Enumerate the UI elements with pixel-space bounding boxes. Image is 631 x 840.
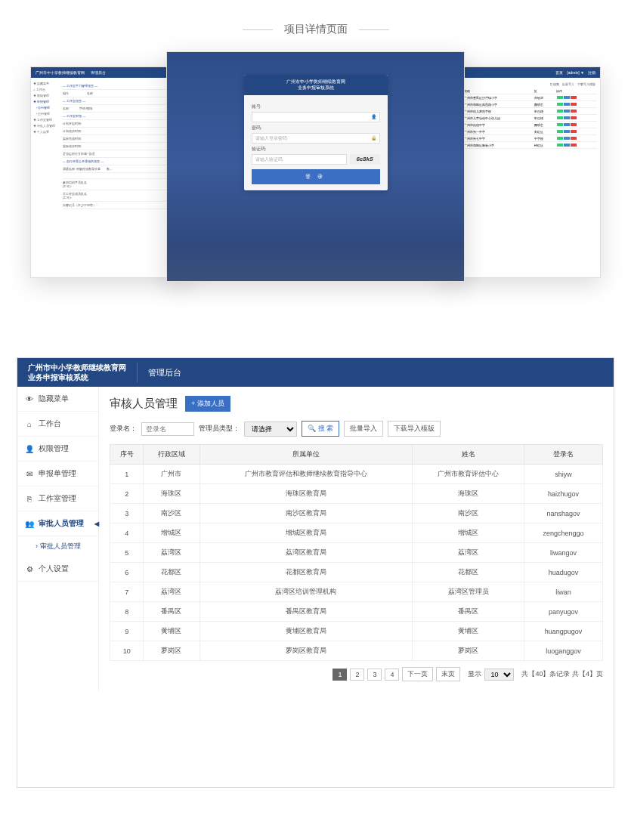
- table-cell: 萝岗区教育局: [200, 641, 413, 661]
- table-cell: 增城区: [144, 523, 200, 543]
- table-row[interactable]: 10萝岗区萝岗区教育局萝岗区luoganggov: [110, 641, 603, 661]
- login-button[interactable]: 登 录: [252, 169, 380, 184]
- password-input[interactable]: 请输入登录密码🔒: [252, 133, 380, 144]
- sidebar-item[interactable]: ✉申报单管理: [17, 462, 98, 486]
- table-cell: 荔湾区: [144, 543, 200, 563]
- table-row[interactable]: 1广州市广州市教育评估和教师继续教育指导中心广州市教育评估中心shiyw: [110, 465, 603, 484]
- sidebar-item[interactable]: 👤权限管理: [17, 437, 98, 462]
- admin-panel: 广州市中小学教师继续教育网 业务申报审核系统 管理后台 👁隐藏菜单⌂工作台👤权限…: [17, 357, 614, 788]
- column-header: 行政区域: [144, 445, 200, 465]
- table-cell: 黄埔区: [413, 622, 524, 641]
- column-header: 所属单位: [200, 445, 413, 465]
- table-cell: 5: [110, 543, 144, 563]
- table-cell: huangpugov: [524, 622, 603, 641]
- table-cell: huadugov: [524, 563, 603, 582]
- table-cell: 番禺区教育局: [200, 602, 413, 622]
- table-row[interactable]: 5荔湾区荔湾区教育局荔湾区liwangov: [110, 543, 603, 563]
- sidebar-icon: ✉: [25, 470, 34, 478]
- table-cell: panyugov: [524, 602, 603, 622]
- table-cell: 南沙区教育局: [200, 504, 413, 523]
- sidebar-icon: ⌂: [25, 420, 34, 428]
- sidebar-icon: ⎘: [25, 495, 34, 503]
- captcha-image[interactable]: 6c8k5: [350, 154, 380, 165]
- table-cell: 花都区: [413, 563, 524, 582]
- table-cell: liwangov: [524, 543, 603, 563]
- account-label: 账号:: [252, 103, 380, 110]
- account-input[interactable]: 👤: [252, 112, 380, 122]
- user-icon: 👤: [371, 113, 376, 122]
- column-header: 登录名: [524, 445, 603, 465]
- page-top-title: 项目详情页面: [0, 0, 631, 51]
- table-cell: 番禺区: [144, 602, 200, 622]
- table-cell: 8: [110, 602, 144, 622]
- sidebar-item-label: 隐藏菜单: [39, 394, 69, 404]
- sidebar-item[interactable]: 👥审批人员管理: [17, 511, 98, 536]
- preview-stage: 广州市中小学教师继续教育网管理后台 ◈ 隐藏菜单⌂ 工作台◈ 权限管理◈ 申报管…: [0, 51, 631, 301]
- add-person-button[interactable]: 添加人员: [185, 396, 230, 412]
- table-cell: luoganggov: [524, 641, 603, 661]
- table-cell: 黄埔区: [144, 622, 200, 641]
- table-cell: 4: [110, 523, 144, 543]
- table-row[interactable]: 3南沙区南沙区教育局南沙区nanshagov: [110, 504, 603, 523]
- table-cell: 番禺区: [413, 602, 524, 622]
- bulk-import-button[interactable]: 批量导入: [344, 421, 383, 437]
- sidebar-icon: 👥: [25, 520, 34, 528]
- column-header: 姓名: [413, 445, 524, 465]
- total-text: 共【40】条记录 共【4】页: [521, 669, 603, 679]
- admin-header: 广州市中小学教师继续教育网 业务申报审核系统 管理后台: [17, 358, 614, 387]
- sidebar: 👁隐藏菜单⌂工作台👤权限管理✉申报单管理⎘工作室管理👥审批人员管理审批人员管理⚙…: [17, 387, 99, 690]
- table-cell: 荔湾区: [144, 582, 200, 602]
- sidebar-item-label: 权限管理: [39, 443, 69, 454]
- table-cell: 增城区: [413, 523, 524, 543]
- download-template-button[interactable]: 下载导入模版: [388, 421, 441, 437]
- sidebar-item[interactable]: ⎘工作室管理: [17, 486, 98, 511]
- table-cell: 7: [110, 582, 144, 602]
- page-number[interactable]: 3: [367, 669, 382, 681]
- preview-right: 首页 [admin] ▼ 注销 Q 搜索 批量导入 下载导入模版 所属校级姓操作…: [442, 66, 601, 278]
- table-cell: 9: [110, 622, 144, 641]
- sidebar-item[interactable]: ⌂工作台: [17, 412, 98, 437]
- sidebar-item[interactable]: ⚙个人设置: [17, 557, 98, 582]
- table-cell: 增城区教育局: [200, 523, 413, 543]
- sidebar-item[interactable]: 👁隐藏菜单: [17, 387, 98, 412]
- table-cell: zengchenggo: [524, 523, 603, 543]
- table-cell: 南沙区: [144, 504, 200, 523]
- admin-nav-item[interactable]: 管理后台: [138, 367, 192, 378]
- admin-logo: 广州市中小学教师继续教育网 业务申报审核系统: [17, 363, 138, 382]
- table-row[interactable]: 7荔湾区荔湾区培训管理机构荔湾区管理员liwan: [110, 582, 603, 602]
- table-cell: 萝岗区: [144, 641, 200, 661]
- table-cell: 3: [110, 504, 144, 523]
- login-name-input[interactable]: [141, 422, 194, 436]
- table-cell: 荔湾区: [413, 543, 524, 563]
- admin-type-label: 管理员类型：: [199, 424, 240, 434]
- page-number[interactable]: 1: [333, 669, 347, 681]
- table-cell: 1: [110, 465, 144, 484]
- table-cell: 10: [110, 641, 144, 661]
- table-cell: 2: [110, 484, 144, 504]
- page-last[interactable]: 末页: [436, 667, 460, 681]
- table-cell: 萝岗区: [413, 641, 524, 661]
- table-row[interactable]: 4增城区增城区教育局增城区zengchenggo: [110, 523, 603, 543]
- page-number[interactable]: 2: [350, 669, 364, 681]
- login-name-label: 登录名：: [110, 424, 137, 434]
- page-number[interactable]: 4: [385, 669, 399, 681]
- search-button[interactable]: 🔍 搜 索: [302, 421, 339, 437]
- table-cell: 广州市教育评估和教师继续教育指导中心: [200, 465, 413, 484]
- captcha-input[interactable]: 请输入验证码: [252, 154, 347, 165]
- table-row[interactable]: 9黄埔区黄埔区教育局黄埔区huangpugov: [110, 622, 603, 641]
- preview-center-login: 广州市中小学教师继续教育网 业务申报审核系统 账号: 👤 密码: 请输入登录密码…: [166, 51, 465, 282]
- search-bar: 登录名： 管理员类型： 请选择 🔍 搜 索 批量导入 下载导入模版: [110, 421, 603, 437]
- sidebar-sub-item[interactable]: 审批人员管理: [17, 536, 98, 557]
- table-row[interactable]: 6花都区花都区教育局花都区huadugov: [110, 563, 603, 582]
- data-table: 序号行政区域所属单位姓名登录名 1广州市广州市教育评估和教师继续教育指导中心广州…: [110, 444, 603, 661]
- sidebar-item-label: 审批人员管理: [39, 518, 84, 529]
- page-next[interactable]: 下一页: [402, 667, 433, 681]
- table-row[interactable]: 2海珠区海珠区教育局海珠区haizhugov: [110, 484, 603, 504]
- pager: 1234下一页末页显示10共【40】条记录 共【4】页: [110, 667, 603, 681]
- table-row[interactable]: 8番禺区番禺区教育局番禺区panyugov: [110, 602, 603, 622]
- table-cell: shiyw: [524, 465, 603, 484]
- admin-type-select[interactable]: 请选择: [244, 422, 297, 437]
- table-cell: 南沙区: [413, 504, 524, 523]
- page-size-select[interactable]: 10: [484, 669, 514, 681]
- sidebar-item-label: 申报单管理: [39, 468, 76, 479]
